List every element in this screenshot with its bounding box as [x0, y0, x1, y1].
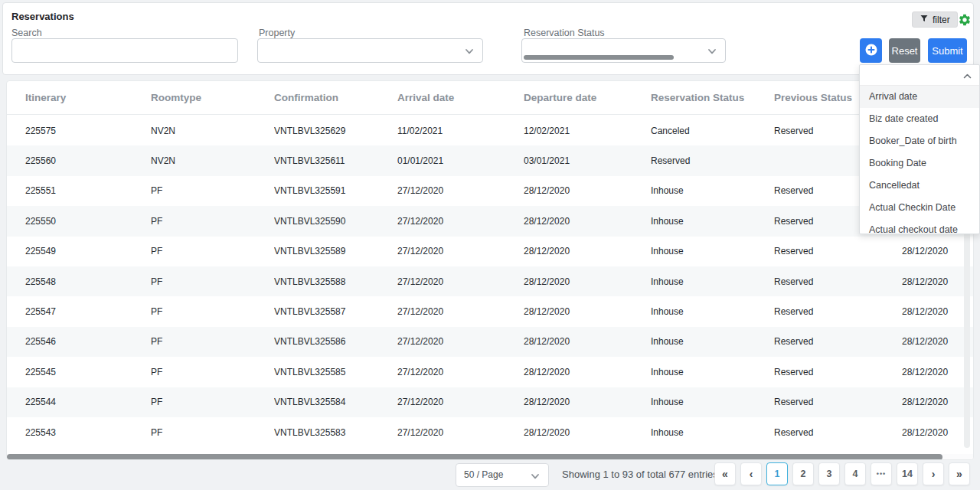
reservation-status-label: Reservation Status — [524, 28, 605, 38]
dropdown-item-booking-date[interactable]: Booking Date — [860, 152, 979, 175]
table-cell: 225575 — [25, 126, 151, 136]
property-label: Property — [259, 28, 295, 38]
pagination-ellipsis[interactable]: ••• — [871, 462, 892, 485]
table-cell: 28/12/2020 — [524, 367, 651, 377]
table-cell: 225560 — [25, 155, 151, 166]
search-label: Search — [11, 28, 42, 38]
table-row[interactable]: 225547PFVNTLBVL32558727/12/202028/12/202… — [7, 296, 973, 326]
table-row[interactable]: 225549PFVNTLBVL32558927/12/202028/12/202… — [7, 237, 973, 266]
page-size-value: 50 / Page — [464, 464, 503, 486]
table-row[interactable]: 225545PFVNTLBVL32558527/12/202028/12/202… — [7, 357, 973, 387]
pagination-page-1[interactable]: 1 — [766, 462, 788, 485]
pagination-last[interactable]: » — [949, 462, 970, 485]
filter-button-label: filter — [933, 15, 950, 25]
pagination-page-4[interactable]: 4 — [844, 462, 866, 485]
table-cell: Reserved — [774, 276, 902, 287]
table-cell: 225544 — [25, 397, 151, 407]
dropdown-item-booker-date-of-birth[interactable]: Booker_Date of birth — [860, 130, 979, 152]
table-horizontal-scrollbar[interactable] — [7, 454, 942, 460]
table-cell: 27/12/2020 — [397, 336, 524, 347]
property-select[interactable] — [257, 38, 483, 63]
gear-icon[interactable] — [958, 13, 972, 27]
table-header-row: ItineraryRoomtypeConfirmationArrival dat… — [7, 81, 973, 115]
dropdown-item-biz-date-created[interactable]: Biz date created — [860, 108, 979, 130]
table-horizontal-scrollbar-track — [7, 454, 973, 460]
table-cell: PF — [151, 276, 274, 287]
dropdown-item-actual-checkin-date[interactable]: Actual Checkin Date — [860, 197, 979, 219]
table-cell: 28/12/2020 — [524, 276, 651, 287]
table-row[interactable]: 225548PFVNTLBVL32558827/12/202028/12/202… — [7, 266, 973, 296]
pagination-first[interactable]: « — [714, 462, 736, 485]
pagination-prev[interactable]: ‹ — [740, 462, 762, 485]
table-cell: 225548 — [25, 276, 151, 287]
reset-button[interactable]: Reset — [889, 38, 920, 63]
table-cell: Inhouse — [651, 246, 774, 256]
chevron-up-icon[interactable] — [962, 71, 972, 81]
column-chooser-dropdown: Arrival dateBiz date createdBooker_Date … — [859, 64, 980, 234]
table-cell: Inhouse — [651, 336, 774, 347]
column-header[interactable]: Confirmation — [274, 92, 397, 103]
dropdown-item-cancelledat[interactable]: Cancelledat — [860, 175, 979, 197]
column-header[interactable]: Roomtype — [151, 92, 274, 103]
submit-button[interactable]: Submit — [928, 38, 967, 63]
column-header[interactable]: Reservation Status — [651, 92, 774, 103]
table-cell: 225549 — [25, 246, 151, 256]
search-input[interactable] — [11, 38, 238, 63]
table-row[interactable]: 225543PFVNTLBVL32558327/12/202028/12/202… — [7, 417, 973, 447]
table-cell: 27/12/2020 — [397, 185, 524, 196]
pagination-page-2[interactable]: 2 — [792, 462, 814, 485]
table-row[interactable]: 225550PFVNTLBVL32559027/12/202028/12/202… — [7, 206, 973, 236]
table-cell: 28/12/2020 — [902, 306, 973, 317]
table-row[interactable]: 225560NV2NVNTLBVL32561101/01/202103/01/2… — [7, 145, 973, 175]
table-cell: 28/12/2020 — [524, 397, 651, 407]
table-cell: NV2N — [151, 126, 274, 136]
dropdown-item-arrival-date[interactable]: Arrival date — [860, 86, 979, 108]
pagination-page-14[interactable]: 14 — [897, 462, 918, 485]
table-cell: 28/12/2020 — [902, 246, 973, 256]
column-header[interactable]: Itinerary — [25, 92, 151, 103]
table-cell: Inhouse — [651, 306, 774, 317]
table-cell: PF — [151, 246, 274, 256]
table-cell: 28/12/2020 — [524, 306, 651, 317]
pagination-page-3[interactable]: 3 — [818, 462, 840, 485]
dropdown-item-actual-checkout-date[interactable]: Actual checkout date — [860, 219, 979, 234]
page-size-select[interactable]: 50 / Page — [456, 463, 549, 487]
table-row[interactable]: 225544PFVNTLBVL32558427/12/202028/12/202… — [7, 387, 973, 417]
table-row[interactable]: 225551PFVNTLBVL32559127/12/202028/12/202… — [7, 176, 973, 206]
reservation-status-select[interactable] — [521, 38, 726, 63]
table-cell: PF — [151, 216, 274, 227]
table-cell: PF — [151, 336, 274, 347]
table-cell: 28/12/2020 — [902, 397, 973, 407]
table-row[interactable]: 225546PFVNTLBVL32558627/12/202028/12/202… — [7, 327, 973, 357]
table-cell: VNTLBVL325629 — [274, 126, 397, 136]
table-cell: 27/12/2020 — [397, 397, 524, 407]
table-body: 225575NV2NVNTLBVL32562911/02/202112/02/2… — [7, 116, 973, 447]
table-cell: VNTLBVL325590 — [274, 216, 397, 227]
table-cell: Reserved — [774, 306, 902, 317]
table-cell: Inhouse — [651, 185, 774, 196]
filter-button[interactable]: filter — [912, 11, 958, 28]
table-cell: 28/12/2020 — [524, 185, 651, 196]
select-horizontal-scrollbar[interactable] — [524, 55, 674, 60]
chevron-down-icon — [530, 471, 541, 482]
table-cell: 27/12/2020 — [397, 306, 524, 317]
chevron-down-icon — [464, 46, 475, 60]
filter-card: Reservations Search Property Reservation… — [2, 2, 974, 75]
table-cell: Inhouse — [651, 427, 774, 438]
dropdown-header — [860, 65, 979, 86]
funnel-icon — [920, 14, 929, 25]
column-header[interactable]: Arrival date — [397, 92, 524, 103]
table-cell: VNTLBVL325583 — [274, 427, 397, 438]
table-row[interactable]: 225575NV2NVNTLBVL32562911/02/202112/02/2… — [7, 116, 973, 145]
table-cell: Reserved — [774, 427, 902, 438]
table-cell: 27/12/2020 — [397, 246, 524, 256]
column-header[interactable]: Departure date — [524, 92, 651, 103]
table-cell: 28/12/2020 — [902, 367, 973, 377]
dropdown-item-list: Arrival dateBiz date createdBooker_Date … — [860, 86, 979, 234]
table-cell: Canceled — [651, 126, 774, 136]
table-cell: 01/01/2021 — [397, 155, 524, 166]
table-cell: VNTLBVL325586 — [274, 336, 397, 347]
add-button[interactable] — [860, 38, 882, 63]
table-cell: 03/01/2021 — [524, 155, 651, 166]
pagination-next[interactable]: › — [923, 462, 944, 485]
